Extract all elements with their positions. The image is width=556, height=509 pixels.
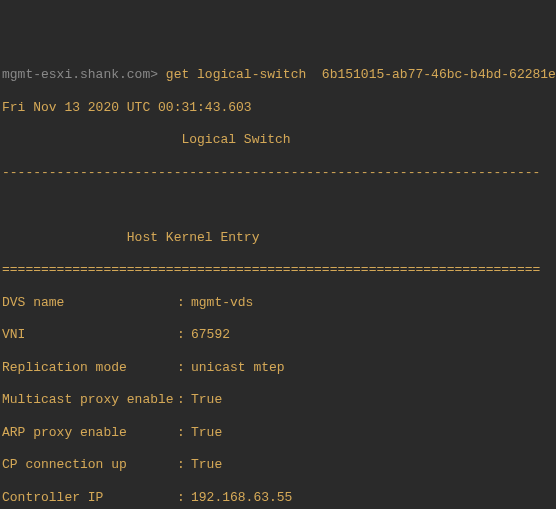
- arp-proxy-row: ARP proxy enable: True: [2, 425, 556, 441]
- field-value: unicast mtep: [191, 360, 285, 376]
- field-label: ARP proxy enable: [2, 425, 177, 441]
- field-label: Controller IP: [2, 490, 177, 506]
- prompt-line: mgmt-esxi.shank.com> get logical-switch …: [2, 67, 556, 83]
- prompt-command: get logical-switch 6b151015-ab77-46bc-b4…: [158, 67, 556, 82]
- field-value: mgmt-vds: [191, 295, 253, 311]
- field-value: 192.168.63.55: [191, 490, 292, 506]
- controller-ip-row: Controller IP: 192.168.63.55: [2, 490, 556, 506]
- field-value: True: [191, 392, 222, 408]
- field-value: True: [191, 457, 222, 473]
- field-label: Multicast proxy enable: [2, 392, 177, 408]
- blank-line: [2, 197, 556, 213]
- field-label: CP connection up: [2, 457, 177, 473]
- field-label: DVS name: [2, 295, 177, 311]
- replication-mode-row: Replication mode: unicast mtep: [2, 360, 556, 376]
- logical-switch-header: Logical Switch: [2, 132, 556, 148]
- separator-line: ========================================…: [2, 262, 556, 278]
- field-label: Replication mode: [2, 360, 177, 376]
- field-value: 67592: [191, 327, 230, 343]
- cp-connection-row: CP connection up: True: [2, 457, 556, 473]
- field-value: True: [191, 425, 222, 441]
- timestamp-line: Fri Nov 13 2020 UTC 00:31:43.603: [2, 100, 556, 116]
- prompt-host: mgmt-esxi.shank.com>: [2, 67, 158, 82]
- dvs-name-row: DVS name: mgmt-vds: [2, 295, 556, 311]
- separator-line: ----------------------------------------…: [2, 165, 556, 181]
- vni-row: VNI: 67592: [2, 327, 556, 343]
- multicast-proxy-row: Multicast proxy enable: True: [2, 392, 556, 408]
- host-kernel-header: Host Kernel Entry: [2, 230, 556, 246]
- field-label: VNI: [2, 327, 177, 343]
